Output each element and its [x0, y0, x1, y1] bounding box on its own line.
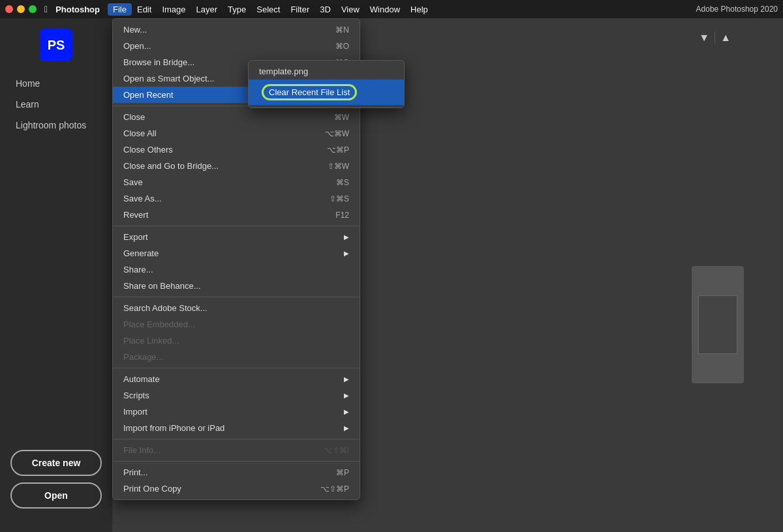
clear-recent-highlight: Clear Recent File List — [262, 84, 357, 100]
menu-automate-label: Automate — [123, 374, 160, 384]
menu-save-label: Save — [123, 177, 143, 187]
automate-arrow-icon: ▶ — [344, 376, 349, 383]
ps-logo: PS — [40, 29, 72, 61]
menubar-type[interactable]: Type — [223, 3, 251, 16]
menu-scripts-label: Scripts — [123, 391, 149, 400]
menu-revert-shortcut: F12 — [335, 211, 349, 220]
menu-new-label: New... — [123, 25, 147, 35]
separator-2 — [113, 226, 360, 226]
menubar-filter[interactable]: Filter — [285, 3, 315, 16]
menu-save-shortcut: ⌘S — [336, 178, 349, 187]
menubar-window[interactable]: Window — [365, 3, 405, 16]
generate-arrow-icon: ▶ — [344, 250, 349, 257]
sidebar-item-home[interactable]: Home — [8, 74, 104, 93]
menu-save[interactable]: Save ⌘S — [113, 174, 360, 190]
menu-open-smart-object-label: Open as Smart Object... — [123, 74, 214, 83]
menu-package: Package... — [113, 349, 360, 365]
thumbnail-image — [698, 295, 737, 354]
menu-import-iphone-label: Import from iPhone or iPad — [123, 423, 224, 433]
menu-print-one-copy-label: Print One Copy — [123, 484, 181, 494]
sidebar-item-lightroom[interactable]: Lightroom photos — [8, 116, 104, 134]
menubar-edit[interactable]: Edit — [132, 3, 157, 16]
scripts-arrow-icon: ▶ — [344, 392, 349, 399]
menu-open-recent-label: Open Recent — [123, 90, 174, 100]
menubar-3d[interactable]: 3D — [315, 3, 336, 16]
import-iphone-arrow-icon: ▶ — [344, 424, 349, 432]
menu-file-info: File Info... ⌥⇧⌘I — [113, 442, 360, 458]
menubar-view[interactable]: View — [336, 3, 365, 16]
menu-close-bridge-shortcut: ⇧⌘W — [328, 162, 349, 171]
menu-close-all-label: Close All — [123, 128, 157, 138]
menu-share-label: Share... — [123, 265, 153, 274]
menu-browse-bridge-label: Browse in Bridge... — [123, 57, 194, 67]
menu-print[interactable]: Print... ⌘P — [113, 464, 360, 480]
menu-import-label: Import — [123, 407, 147, 417]
menubar-image[interactable]: Image — [157, 3, 191, 16]
menu-place-embedded: Place Embedded... — [113, 316, 360, 332]
menu-place-linked-label: Place Linked... — [123, 336, 179, 346]
menubar-layer[interactable]: Layer — [191, 3, 223, 16]
menu-close-all[interactable]: Close All ⌥⌘W — [113, 125, 360, 141]
menu-file-info-label: File Info... — [123, 445, 161, 455]
menu-import[interactable]: Import ▶ — [113, 404, 360, 420]
thumbnail-area — [692, 266, 744, 383]
menu-print-one-copy-shortcut: ⌥⇧⌘P — [320, 484, 349, 494]
separator-4 — [113, 368, 360, 368]
menu-revert[interactable]: Revert F12 — [113, 207, 360, 223]
menu-export-label: Export — [123, 232, 148, 242]
menubar-file[interactable]: File — [108, 3, 132, 16]
menu-place-linked: Place Linked... — [113, 332, 360, 349]
menu-save-as-shortcut: ⇧⌘S — [330, 194, 349, 203]
clear-recent-file-list[interactable]: Clear Recent File List — [249, 80, 404, 105]
create-new-button[interactable]: Create new — [10, 450, 102, 476]
menu-print-one-copy[interactable]: Print One Copy ⌥⇧⌘P — [113, 480, 360, 497]
sort-up-icon[interactable]: ▲ — [720, 32, 731, 44]
maximize-button[interactable] — [29, 5, 37, 13]
sidebar-nav: Home Learn Lightroom photos — [0, 74, 112, 134]
clear-recent-label: Clear Recent File List — [269, 87, 350, 97]
sidebar-item-learn[interactable]: Learn — [8, 95, 104, 113]
menu-close-bridge-label: Close and Go to Bridge... — [123, 161, 219, 171]
menu-export[interactable]: Export ▶ — [113, 229, 360, 245]
menu-save-as[interactable]: Save As... ⇧⌘S — [113, 190, 360, 207]
recent-file-template[interactable]: template.png — [249, 63, 404, 80]
menubar:  Photoshop File Edit Image Layer Type S… — [0, 0, 783, 18]
menu-import-iphone[interactable]: Import from iPhone or iPad ▶ — [113, 420, 360, 436]
sidebar-buttons: Create new Open — [0, 450, 112, 509]
sort-down-icon[interactable]: ▼ — [699, 32, 709, 44]
menu-share[interactable]: Share... — [113, 261, 360, 278]
menu-close-others-shortcut: ⌥⌘P — [327, 145, 349, 155]
close-button[interactable] — [5, 5, 13, 13]
recent-file-template-label: template.png — [259, 66, 308, 76]
menubar-help[interactable]: Help — [405, 3, 433, 16]
menu-search-stock-label: Search Adobe Stock... — [123, 303, 207, 313]
menu-close-bridge[interactable]: Close and Go to Bridge... ⇧⌘W — [113, 158, 360, 174]
menu-close[interactable]: Close ⌘W — [113, 109, 360, 125]
menu-scripts[interactable]: Scripts ▶ — [113, 387, 360, 404]
ps-logo-text: PS — [48, 38, 65, 53]
app-title: Adobe Photoshop 2020 — [696, 5, 778, 14]
menu-generate[interactable]: Generate ▶ — [113, 245, 360, 261]
menu-close-shortcut: ⌘W — [334, 113, 349, 122]
open-button[interactable]: Open — [10, 482, 102, 509]
menu-close-others-label: Close Others — [123, 145, 173, 155]
menu-open[interactable]: Open... ⌘O — [113, 38, 360, 54]
minimize-button[interactable] — [17, 5, 25, 13]
sidebar: PS Home Learn Lightroom photos Create ne… — [0, 18, 112, 532]
import-arrow-icon: ▶ — [344, 408, 349, 415]
menu-share-behance-label: Share on Behance... — [123, 281, 201, 291]
sort-divider — [714, 31, 715, 44]
traffic-lights — [5, 5, 37, 13]
menu-search-stock[interactable]: Search Adobe Stock... — [113, 300, 360, 316]
app-name[interactable]: Photoshop — [55, 5, 100, 14]
menu-print-label: Print... — [123, 467, 148, 477]
menubar-select[interactable]: Select — [251, 3, 285, 16]
apple-menu[interactable]:  — [44, 4, 48, 14]
menu-close-others[interactable]: Close Others ⌥⌘P — [113, 141, 360, 158]
separator-6 — [113, 461, 360, 462]
menu-automate[interactable]: Automate ▶ — [113, 371, 360, 387]
open-recent-submenu: template.png Clear Recent File List — [248, 60, 405, 108]
menu-new[interactable]: New... ⌘N — [113, 22, 360, 38]
menu-share-behance[interactable]: Share on Behance... — [113, 278, 360, 294]
menu-place-embedded-label: Place Embedded... — [123, 319, 195, 329]
